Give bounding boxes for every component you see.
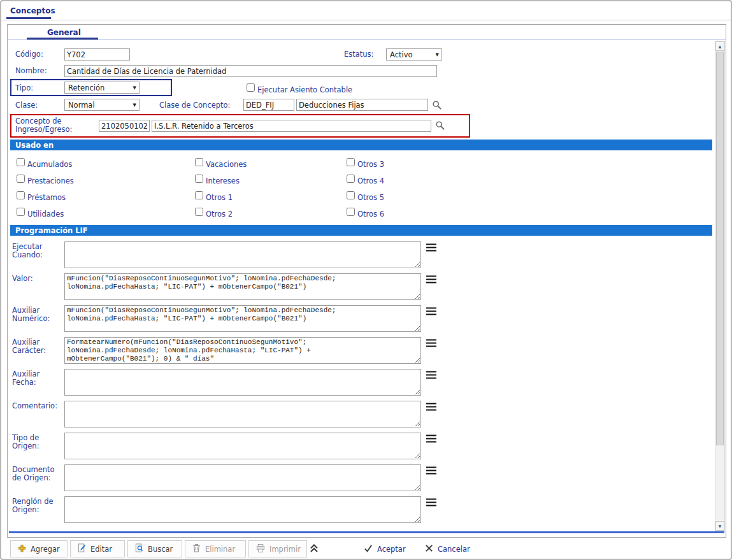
search-icon[interactable] — [435, 120, 445, 131]
tipo-origen-textarea[interactable] — [64, 433, 421, 459]
otros2-checkbox[interactable] — [195, 208, 203, 216]
double-chevron-up-icon — [308, 543, 320, 556]
scroll-up-button[interactable]: ▲ — [715, 41, 724, 51]
clase-select-value: Normal — [68, 101, 95, 110]
estatus-select[interactable]: Activo ▼ — [386, 48, 442, 61]
auxiliar-caracter-textarea[interactable]: FormatearNumero(mFuncion("DiasReposoCont… — [64, 337, 421, 364]
valor-textarea[interactable]: mFuncion("DiasReposoContinuoSegunMotivo"… — [64, 273, 421, 300]
ejecutar-asiento-label: Ejecutar Asiento Contable — [257, 83, 352, 94]
buscar-button[interactable]: Buscar — [127, 540, 182, 557]
nombre-input[interactable] — [64, 65, 437, 77]
prog-row-renglon-origen: Renglón de Origen: — [8, 496, 454, 527]
renglon-origen-textarea[interactable] — [64, 496, 421, 523]
agregar-button[interactable]: Agregar — [10, 540, 68, 557]
codigo-label: Código: — [15, 50, 43, 59]
imprimir-button[interactable]: Imprimir — [248, 540, 307, 557]
acumulados-checkbox[interactable] — [17, 158, 25, 166]
formula-menu-icon[interactable] — [426, 498, 437, 507]
otros5-checkbox[interactable] — [347, 191, 355, 199]
add-icon — [17, 543, 27, 555]
tipo-select[interactable]: Retención ▼ — [64, 82, 140, 94]
prog-label: Auxiliar Numérico: — [12, 306, 66, 323]
tab-conceptos-underline — [6, 17, 51, 19]
prog-row-comentario: Comentario: — [8, 401, 454, 431]
chevron-down-icon: ▼ — [133, 85, 136, 90]
checkbox-item-otros2: Otros 2 — [195, 208, 233, 219]
formula-menu-icon[interactable] — [426, 243, 437, 252]
formula-menu-icon[interactable] — [426, 434, 437, 443]
formula-menu-icon[interactable] — [426, 370, 437, 380]
otros3-checkbox[interactable] — [347, 158, 355, 166]
otros6-checkbox[interactable] — [347, 208, 355, 216]
checkbox-label: Préstamos — [27, 191, 66, 202]
formula-menu-icon[interactable] — [426, 275, 437, 284]
collapse-toolbar-button[interactable] — [308, 540, 327, 557]
cancelar-button[interactable]: Cancelar — [418, 540, 477, 557]
utilidades-checkbox[interactable] — [17, 208, 25, 216]
checkbox-item-utilidades: Utilidades — [17, 208, 64, 219]
scrollbar-thumb[interactable] — [716, 52, 724, 445]
checkbox-label: Otros 1 — [206, 191, 233, 202]
checkbox-label: Prestaciones — [27, 175, 74, 185]
formula-menu-icon[interactable] — [426, 306, 437, 316]
auxiliar-fecha-textarea[interactable] — [64, 369, 421, 396]
concepto-ie-code-input[interactable] — [99, 120, 150, 132]
tab-conceptos[interactable]: Conceptos — [10, 6, 55, 15]
documento-origen-textarea[interactable] — [64, 464, 421, 491]
prog-label: Documento de Origen: — [12, 466, 66, 482]
formula-menu-icon[interactable] — [426, 338, 437, 348]
tipo-select-value: Retención — [68, 83, 104, 92]
imprimir-label: Imprimir — [269, 545, 301, 554]
formula-menu-icon[interactable] — [426, 466, 437, 475]
bottom-toolbar: Agregar Editar Buscar Eliminar Imprimir … — [8, 540, 727, 558]
tipo-label: Tipo: — [15, 84, 33, 92]
prog-row-tipo-origen: Tipo de Origen: — [8, 433, 454, 463]
printer-icon — [255, 543, 266, 555]
comentario-textarea[interactable] — [64, 401, 421, 427]
vacaciones-checkbox[interactable] — [195, 158, 203, 166]
tab-general-divider — [8, 39, 726, 40]
editar-button[interactable]: Editar — [70, 540, 125, 557]
eliminar-button[interactable]: Eliminar — [185, 540, 246, 557]
ejecutar-asiento-checkbox[interactable] — [247, 83, 255, 92]
aceptar-button[interactable]: Aceptar — [357, 540, 412, 557]
estatus-label: Estatus: — [344, 50, 373, 59]
checkbox-label: Vacaciones — [206, 158, 247, 169]
edit-icon — [77, 543, 87, 555]
programacion-lif-header: Programación LIF — [10, 225, 712, 236]
auxiliar-numerico-textarea[interactable]: mFuncion("DiasReposoContinuoSegunMotivo"… — [64, 305, 421, 332]
prestaciones-checkbox[interactable] — [17, 175, 25, 183]
prog-row-documento-origen: Documento de Origen: — [8, 464, 454, 495]
formula-menu-icon[interactable] — [426, 402, 437, 412]
checkbox-label: Utilidades — [27, 208, 64, 219]
app-window: Conceptos General Código: Estatus: Activ… — [0, 0, 732, 560]
codigo-input[interactable] — [64, 48, 130, 61]
clase-select[interactable]: Normal ▼ — [64, 99, 140, 111]
checkbox-label: Otros 4 — [357, 175, 384, 185]
tab-general[interactable]: General — [47, 28, 81, 37]
otros1-checkbox[interactable] — [195, 191, 203, 199]
concepto-ie-desc-input[interactable] — [152, 120, 431, 132]
estatus-select-value: Activo — [390, 50, 413, 59]
vertical-scrollbar[interactable]: ▲ ▼ — [715, 41, 725, 531]
checkbox-item-otros4: Otros 4 — [347, 175, 384, 185]
aceptar-label: Aceptar — [377, 545, 406, 554]
concepto-ie-label: Concepto de Ingreso/Egreso: — [15, 117, 85, 134]
chevron-down-icon: ▼ — [133, 103, 136, 108]
search-icon[interactable] — [432, 100, 442, 110]
tabstrip-divider — [1, 20, 731, 20]
checkbox-label: Acumulados — [27, 158, 72, 169]
ejecutar-cuando-textarea[interactable] — [64, 241, 421, 268]
check-icon — [363, 543, 373, 555]
prestamos-checkbox[interactable] — [17, 191, 25, 199]
intereses-checkbox[interactable] — [195, 175, 203, 183]
trash-icon — [192, 543, 201, 555]
clase-concepto-label: Clase de Concepto: — [159, 101, 231, 110]
clase-concepto-code-input[interactable] — [243, 99, 294, 111]
clase-concepto-desc-input[interactable] — [296, 99, 428, 111]
prog-row-auxiliar-numerico: Auxiliar Numérico: mFuncion("DiasReposoC… — [8, 305, 454, 336]
otros4-checkbox[interactable] — [347, 175, 355, 183]
checkbox-item-acumulados: Acumulados — [17, 158, 72, 169]
scroll-down-button[interactable]: ▼ — [715, 521, 724, 531]
nombre-label: Nombre: — [15, 67, 47, 75]
